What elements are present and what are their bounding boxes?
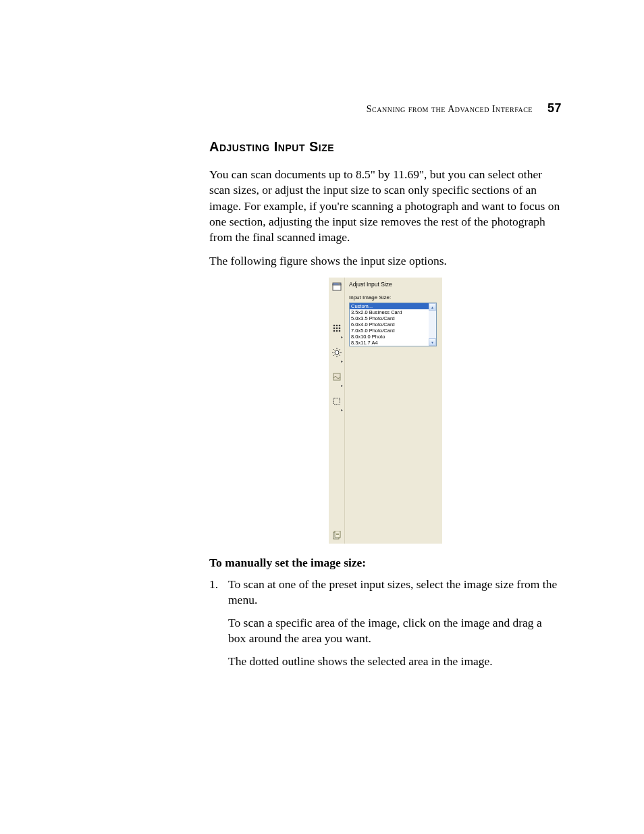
input-size-icon[interactable]: ▸	[330, 390, 344, 413]
list-item-1: 1. To scan at one of the preset input si…	[209, 577, 562, 608]
dropdown-option-a4[interactable]: 8.3x11.7 A4	[350, 340, 429, 346]
resolution-icon[interactable]: ▸	[330, 317, 344, 340]
dropdown-scrollbar[interactable]: ▴ ▾	[429, 303, 436, 346]
list-item-number: 1.	[209, 577, 228, 608]
figure-toolbar: ▸ ▸ ▸ ▸	[329, 278, 345, 544]
expand-arrow-icon: ▸	[341, 408, 343, 412]
svg-line-16	[333, 349, 335, 350]
list-item-1-continuation-a: To scan a specific area of the image, cl…	[228, 615, 562, 647]
figure-container: ▸ ▸ ▸ ▸	[209, 278, 562, 544]
dropdown-listbox[interactable]: Custom... 3.5x2.0 Business Card 5.0x3.5 …	[350, 303, 436, 346]
input-size-figure: ▸ ▸ ▸ ▸	[329, 278, 442, 544]
numbered-list: 1. To scan at one of the preset input si…	[209, 577, 562, 670]
svg-point-11	[335, 350, 339, 355]
brightness-icon[interactable]: ▸	[330, 341, 344, 364]
page: Scanning from the Advanced Interface 57 …	[0, 0, 644, 834]
scroll-track[interactable]	[429, 311, 436, 338]
running-head: Scanning from the Advanced Interface 57	[367, 101, 562, 115]
scroll-down-arrow-icon[interactable]: ▾	[429, 338, 436, 346]
svg-point-2	[333, 324, 335, 326]
svg-line-19	[339, 349, 340, 350]
scroll-up-arrow-icon[interactable]: ▴	[429, 303, 436, 311]
paragraph-2: The following figure shows the input siz…	[209, 253, 562, 269]
dropdown-option-custom[interactable]: Custom...	[350, 303, 429, 309]
svg-point-5	[333, 327, 335, 329]
section-heading: Adjusting Input Size	[209, 139, 562, 155]
expand-arrow-icon: ▸	[341, 384, 343, 388]
running-head-text: Scanning from the Advanced Interface	[367, 104, 533, 114]
svg-rect-21	[333, 398, 340, 404]
procedure-heading: To manually set the image size:	[209, 556, 562, 570]
dropdown-option-5x3[interactable]: 5.0x3.5 Photo/Card	[350, 315, 429, 321]
page-number: 57	[547, 101, 562, 115]
svg-point-6	[336, 327, 338, 329]
svg-point-3	[336, 324, 338, 326]
dropdown-option-6x4[interactable]: 6.0x4.0 Photo/Card	[350, 321, 429, 328]
list-item-1-continuation-b: The dotted outline shows the selected ar…	[228, 654, 562, 670]
dropdown-option-business-card[interactable]: 3.5x2.0 Business Card	[350, 309, 429, 315]
svg-point-4	[338, 324, 340, 326]
list-item-text: To scan at one of the preset input sizes…	[228, 577, 562, 608]
adjust-input-size-panel: Adjust Input Size Input Image Size: Cust…	[345, 278, 442, 544]
preset-icon[interactable]	[330, 280, 344, 294]
panel-title: Adjust Input Size	[349, 281, 439, 288]
dropdown-option-7x5[interactable]: 7.0x5.0 Photo/Card	[350, 328, 429, 334]
filters-icon[interactable]: ▸	[330, 365, 344, 388]
content-column: Adjusting Input Size You can scan docume…	[209, 139, 562, 677]
paragraph-1: You can scan documents up to 8.5" by 11.…	[209, 167, 562, 245]
profile-icon[interactable]	[330, 529, 344, 542]
input-image-size-dropdown[interactable]: Custom... 3.5x2.0 Business Card 5.0x3.5 …	[349, 303, 437, 346]
svg-point-7	[338, 327, 340, 329]
svg-point-9	[336, 330, 338, 332]
svg-line-17	[339, 355, 340, 356]
dropdown-option-8x10[interactable]: 8.0x10.0 Photo	[350, 334, 429, 340]
input-image-size-label: Input Image Size:	[349, 294, 439, 301]
svg-point-10	[338, 330, 340, 332]
expand-arrow-icon: ▸	[341, 335, 343, 339]
svg-rect-25	[336, 534, 339, 535]
svg-rect-24	[336, 533, 339, 533]
svg-line-18	[333, 355, 335, 356]
svg-point-8	[333, 330, 335, 332]
expand-arrow-icon: ▸	[341, 359, 343, 363]
